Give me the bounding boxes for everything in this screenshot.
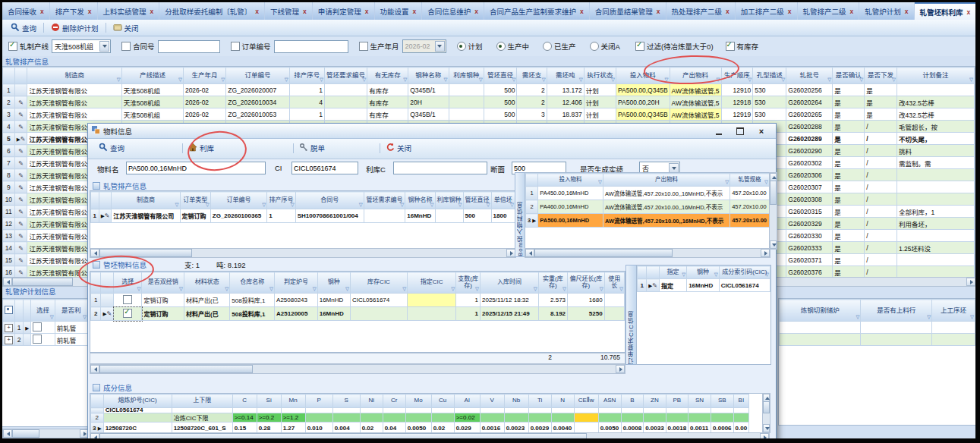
ci-input[interactable]: [291, 162, 358, 174]
row-header[interactable]: 10: [3, 193, 15, 206]
cell[interactable]: 前轧管: [55, 322, 87, 334]
filter-funnel-icon[interactable]: ▽: [175, 203, 179, 208]
cell[interactable]: 500: [484, 96, 517, 108]
filter-funnel-icon[interactable]: ▽: [970, 315, 974, 320]
corner-header[interactable]: [91, 192, 99, 209]
cell[interactable]: [932, 334, 975, 346]
tab-排产下发[interactable]: 排产下发x: [50, 2, 98, 20]
tab-close-icon[interactable]: x: [967, 8, 971, 16]
column-header[interactable]: 计划备注▽: [896, 68, 974, 84]
tab-合同信息维护[interactable]: 合同信息维护x: [422, 2, 484, 20]
cell[interactable]: AW流体输送管,5: [670, 96, 721, 108]
cell[interactable]: G26020265: [786, 108, 833, 121]
cell[interactable]: [405, 408, 431, 413]
cell[interactable]: 有库存: [367, 96, 408, 108]
cell[interactable]: [332, 408, 360, 413]
production-month-select[interactable]: 2026-02: [402, 39, 446, 53]
cell[interactable]: 16MnHD: [687, 279, 720, 292]
cell[interactable]: [733, 413, 749, 423]
filter-funnel-icon[interactable]: ▽: [512, 77, 515, 83]
cell[interactable]: [281, 408, 305, 413]
row-header[interactable]: 14: [3, 242, 15, 254]
composition-hscrollbar[interactable]: [90, 432, 770, 438]
cell[interactable]: PA500.00,16MnHD: [538, 214, 603, 228]
cell[interactable]: >=1.2: [281, 413, 305, 423]
column-header[interactable]: Ni: [360, 394, 383, 408]
cell[interactable]: 江苏天淮钢管有限公司: [112, 209, 180, 223]
cell[interactable]: [666, 408, 688, 413]
corner-header[interactable]: [91, 272, 101, 294]
column-header[interactable]: S: [332, 394, 360, 408]
column-header[interactable]: 入库时间▽: [481, 272, 539, 294]
cell[interactable]: 0.28: [257, 423, 281, 434]
column-header[interactable]: 钢种▽: [687, 266, 720, 279]
查询-button[interactable]: 查询: [6, 22, 41, 34]
cell[interactable]: 457.20x10.00: [730, 200, 770, 214]
row-header[interactable]: 12: [3, 218, 15, 230]
column-header[interactable]: 指定▽: [659, 266, 686, 279]
cell[interactable]: G26020371: [786, 254, 833, 266]
查询-button[interactable]: 查询: [99, 143, 124, 153]
tab-轧管排产二级[interactable]: 轧管排产二级x: [798, 2, 860, 20]
row-marker[interactable]: [24, 334, 31, 346]
column-header[interactable]: 是否下发▽: [865, 68, 897, 84]
tab-close-icon[interactable]: x: [850, 8, 854, 15]
cell[interactable]: SH100708661001/004: [295, 209, 364, 223]
cell[interactable]: [861, 322, 932, 334]
filter-funnel-icon[interactable]: ▽: [403, 77, 407, 83]
filter-funnel-icon[interactable]: ▽: [313, 287, 317, 292]
select-cell[interactable]: [31, 334, 55, 346]
filter-funnel-icon[interactable]: ▽: [117, 77, 121, 83]
cell[interactable]: 530: [753, 96, 786, 108]
contract-no-checkbox[interactable]: [121, 42, 131, 51]
scroll-thumb[interactable]: [12, 429, 39, 438]
tab-close-icon[interactable]: x: [474, 8, 478, 15]
cell[interactable]: [431, 408, 454, 413]
row-marker[interactable]: ▶✎: [14, 133, 27, 145]
cell[interactable]: 改432.5芯棒: [896, 96, 974, 108]
cell[interactable]: 江苏天淮钢管有限公: [27, 96, 121, 108]
cell[interactable]: 2026-02: [183, 108, 225, 121]
cell[interactable]: 1.27: [281, 423, 305, 434]
filter-funnel-icon[interactable]: ▽: [400, 203, 404, 208]
cell[interactable]: 0.0050: [405, 423, 431, 434]
scroll-right-icon[interactable]: [616, 365, 625, 373]
cell[interactable]: [454, 408, 480, 413]
column-header[interactable]: 轧批号▽: [786, 68, 833, 84]
关闭-button[interactable]: 关闭: [109, 22, 143, 34]
cell[interactable]: G26020289: [786, 133, 833, 145]
cell[interactable]: [528, 413, 551, 423]
cell[interactable]: [103, 413, 172, 423]
column-header[interactable]: 投入物料▽: [538, 174, 603, 187]
row-header[interactable]: 1: [3, 84, 15, 96]
cell[interactable]: 12.406: [547, 96, 584, 108]
cell[interactable]: 是: [833, 181, 865, 193]
cell[interactable]: [305, 413, 332, 423]
filter-funnel-icon[interactable]: ▽: [892, 77, 896, 83]
column-header[interactable]: 产出物料▽: [670, 68, 721, 84]
filter-funnel-icon[interactable]: ▽: [269, 287, 273, 292]
column-header[interactable]: 制造商▽: [112, 192, 180, 209]
filter-funnel-icon[interactable]: ▽: [444, 77, 448, 83]
column-header[interactable]: 订单编号▽: [210, 192, 266, 209]
cell[interactable]: CICL0561674: [719, 279, 770, 292]
row-header[interactable]: 5: [3, 133, 15, 145]
cell[interactable]: [644, 413, 666, 423]
cell[interactable]: 0.0040: [551, 423, 574, 434]
column-header[interactable]: 管坯直径▽: [484, 68, 517, 84]
column-header[interactable]: Mn: [281, 394, 305, 408]
cell[interactable]: [504, 413, 528, 423]
radio-计划[interactable]: [457, 42, 466, 51]
cell[interactable]: /: [865, 206, 897, 218]
tab-close-icon[interactable]: x: [657, 8, 660, 15]
filter-funnel-icon[interactable]: ▽: [859, 77, 863, 83]
filter-funnel-icon[interactable]: ▽: [619, 287, 623, 292]
cell[interactable]: 500: [484, 84, 517, 96]
cell[interactable]: 指定: [659, 279, 686, 292]
column-header[interactable]: Nb: [504, 394, 528, 408]
cell[interactable]: Q345B/1: [408, 84, 449, 96]
cell[interactable]: PA450.00,16MnHD: [538, 187, 603, 200]
cell[interactable]: [644, 408, 666, 413]
filter-smelt-checkbox[interactable]: [635, 42, 644, 51]
row-marker[interactable]: ✎: [14, 108, 27, 121]
